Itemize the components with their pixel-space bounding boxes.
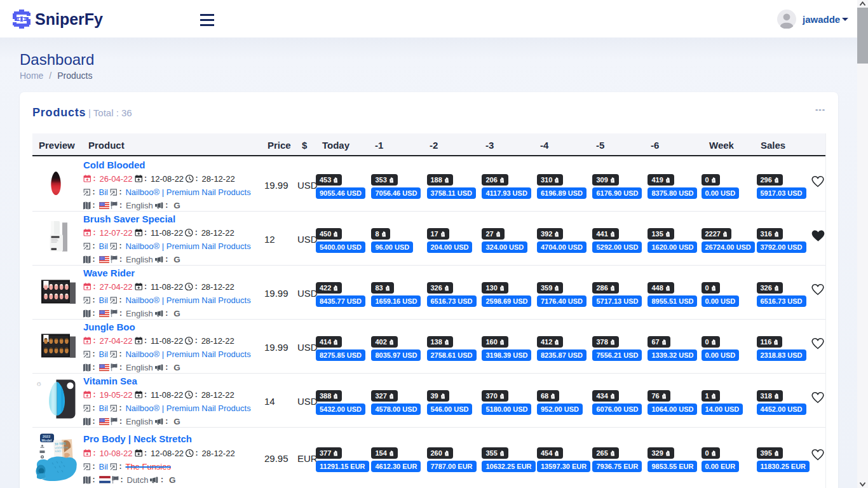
svg-text:Model: Model	[42, 438, 52, 442]
svg-text:☼: ☼	[36, 379, 42, 387]
svg-text:KIND: KIND	[55, 449, 61, 452]
svg-text:10 TIPS: 10 TIPS	[55, 442, 67, 446]
